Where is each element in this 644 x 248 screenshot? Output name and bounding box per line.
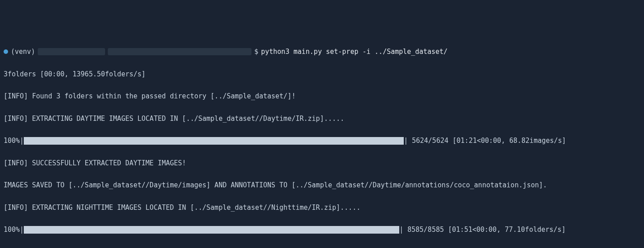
output-info-line: [INFO] EXTRACTING NIGHTTIME IMAGES LOCAT… (4, 202, 640, 213)
progress-fill (24, 137, 404, 145)
output-info-line: [INFO] SUCCESSFULLY EXTRACTED NIGHTTIME … (4, 247, 640, 248)
redacted-path (108, 48, 251, 55)
progress-bar-line: 100%|| 5624/5624 [01:21<00:00, 68.82imag… (4, 135, 640, 146)
progress-percent: 100%| (4, 226, 24, 234)
output-line: IMAGES SAVED TO [../Sample_dataset//Dayt… (4, 180, 640, 191)
venv-label: (venv) (11, 46, 35, 58)
output-info-line: [INFO] EXTRACTING DAYTIME IMAGES LOCATED… (4, 113, 640, 124)
output-info-line: [INFO] SUCCESSFULLY EXTRACTED DAYTIME IM… (4, 158, 640, 169)
terminal-prompt-line: (venv) $ python3 main.py set-prep -i ../… (4, 46, 640, 58)
progress-bar-line: 100%|| 8585/8585 [01:51<00:00, 77.10fold… (4, 224, 640, 235)
progress-fill (24, 226, 399, 234)
progress-percent: 100%| (4, 137, 24, 145)
prompt-indicator-dot (4, 49, 8, 54)
redacted-user (38, 48, 105, 55)
prompt-dollar: $ (254, 46, 258, 58)
output-info-line: [INFO] Found 3 folders within the passed… (4, 91, 640, 102)
typed-command[interactable]: python3 main.py set-prep -i ../Sample_da… (261, 46, 447, 58)
progress-stats: | 8585/8585 [01:51<00:00, 77.10folders/s… (399, 226, 565, 234)
progress-stats: | 5624/5624 [01:21<00:00, 68.82images/s] (404, 137, 566, 145)
output-line: 3folders [00:00, 13965.50folders/s] (4, 69, 640, 80)
